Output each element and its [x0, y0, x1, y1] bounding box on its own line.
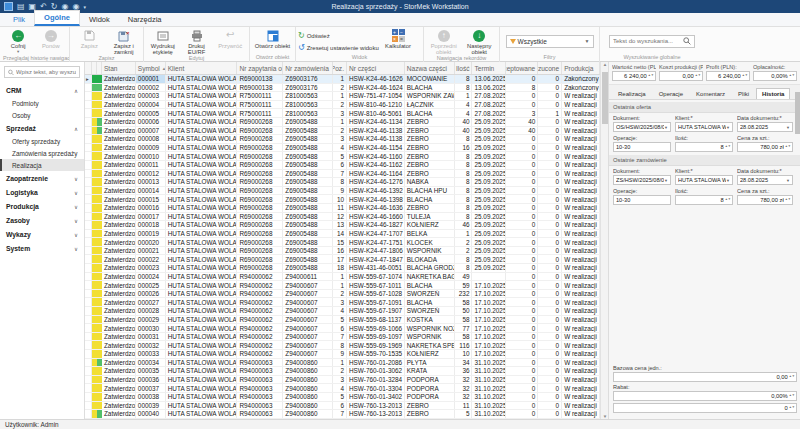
sidebar-item[interactable]: Realizacja: [0, 159, 84, 171]
zamowienie-data-field[interactable]: 28.08.2025▼: [737, 175, 793, 185]
sidebar-section[interactable]: Zasoby∨: [0, 213, 84, 227]
table-row[interactable]: Zatwierdzony000006HUTA STALOWA WOLA SPÓŁ…: [85, 118, 600, 127]
table-row[interactable]: Zatwierdzony000005HUTA STALOWA WOLA SPÓŁ…: [85, 109, 600, 118]
tab-historia[interactable]: Historia: [756, 88, 790, 99]
col-header-stan[interactable]: Stan: [102, 62, 136, 74]
col-header-odrzucone[interactable]: Odrzucone: [538, 62, 562, 74]
zamowienie-cena-field[interactable]: 780,00 zł▲▼: [737, 195, 793, 205]
table-row[interactable]: Zatwierdzony000003HUTA STALOWA WOLA SPÓŁ…: [85, 92, 600, 101]
table-row[interactable]: Zatwierdzony000018HUTA STALOWA WOLA SPÓŁ…: [85, 221, 600, 230]
sidebar-item[interactable]: Zamówienia sprzedaży: [0, 147, 84, 159]
print-eurf-button[interactable]: Drukuj EU/RF: [180, 28, 214, 55]
spinner-icon[interactable]: ▲▼: [648, 74, 654, 77]
table-row[interactable]: Zatwierdzony000019HUTA STALOWA WOLA SPÓŁ…: [85, 230, 600, 239]
save-icon[interactable]: ▤: [17, 3, 25, 11]
table-row[interactable]: Zatwierdzony000023HUTA STALOWA WOLA SPÓŁ…: [85, 264, 600, 273]
table-row[interactable]: Zatwierdzony000030HUTA STALOWA WOLA SPÓŁ…: [85, 324, 600, 333]
oferta-dokument-field[interactable]: OS/HSW/2025/08/04▼: [613, 122, 671, 132]
tab-pliki[interactable]: Pliki: [732, 88, 755, 99]
col-header-rfq[interactable]: Nr zapytania ofertow...: [237, 62, 283, 74]
spinner-icon[interactable]: ▲▼: [785, 198, 791, 201]
filter-dropdown[interactable]: Wszystkie ▼: [506, 35, 594, 48]
table-row[interactable]: Zatwierdzony000033HUTA STALOWA WOLA SPÓŁ…: [85, 350, 600, 359]
table-row[interactable]: Zatwierdzony000020HUTA STALOWA WOLA SPÓŁ…: [85, 238, 600, 247]
calculator-button[interactable]: +− ×= Kalkulator: [380, 28, 416, 49]
grid-vertical-scrollbar[interactable]: ▲ ▼: [600, 62, 608, 419]
table-row[interactable]: Zatwierdzony000032HUTA STALOWA WOLA SPÓŁ…: [85, 341, 600, 350]
table-row[interactable]: Zatwierdzony000021HUTA STALOWA WOLA SPÓŁ…: [85, 247, 600, 256]
table-row[interactable]: Zatwierdzony000015HUTA STALOWA WOLA SPÓŁ…: [85, 195, 600, 204]
sidebar-section[interactable]: Wykazy∨: [0, 227, 84, 241]
col-header-termin[interactable]: Termin: [472, 62, 506, 74]
oferta-data-field[interactable]: 28.08.2025▼: [737, 122, 793, 132]
col-header-nr-czesci[interactable]: Nr części: [347, 62, 405, 74]
tab-komentarz[interactable]: Komentarz: [690, 88, 731, 99]
spinner-icon[interactable]: ▲▼: [789, 394, 795, 397]
tab-widok[interactable]: Widok: [80, 13, 119, 26]
panel-scrollbar-thumb[interactable]: [795, 92, 800, 134]
bazowa-cena-field[interactable]: 0,00▲▼: [613, 372, 797, 382]
oferta-cena-field[interactable]: 780,00 zł▲▼: [737, 142, 793, 152]
table-row[interactable]: Zatwierdzony000027HUTA STALOWA WOLA SPÓŁ…: [85, 298, 600, 307]
col-header-produkcja[interactable]: Produkcja: [562, 62, 600, 74]
oferta-operacje-field[interactable]: 10-30: [613, 142, 671, 152]
spinner-icon[interactable]: ▲▼: [789, 406, 795, 409]
save-and-close-button[interactable]: × Zapisz i zamknij: [107, 28, 142, 55]
spinner-icon[interactable]: ▲▼: [725, 145, 731, 148]
rabat-field[interactable]: 0,00%▲▼: [613, 391, 797, 401]
tab-narzedzia[interactable]: Narzędzia: [119, 13, 171, 26]
sidebar-section[interactable]: Sprzedaż∧: [0, 121, 84, 135]
spinner-icon[interactable]: ▲▼: [742, 74, 748, 77]
table-row[interactable]: Zatwierdzony000022HUTA STALOWA WOLA SPÓŁ…: [85, 255, 600, 264]
spinner-icon[interactable]: ▲▼: [695, 74, 701, 77]
save-button[interactable]: Zapisz: [72, 28, 107, 49]
table-row[interactable]: Zatwierdzony000014HUTA STALOWA WOLA SPÓŁ…: [85, 187, 600, 196]
tab-ogolne[interactable]: Ogólne: [34, 10, 80, 26]
spinner-icon[interactable]: ▲▼: [789, 74, 795, 77]
spinner-icon[interactable]: ▲▼: [785, 145, 791, 148]
sidebar-search-input[interactable]: [16, 69, 76, 75]
zamowienie-klient-field[interactable]: HUTA STALOWA WOLA SPÓ...▼: [675, 175, 733, 185]
open-object-button[interactable]: Otwórz obiekt: [255, 28, 291, 49]
sidebar-section[interactable]: Logistyka∨: [0, 185, 84, 199]
col-header-ilosc[interactable]: Ilość: [455, 62, 473, 74]
col-header-zamowienie[interactable]: Nr zamówienia: [283, 62, 333, 74]
table-row[interactable]: Zatwierdzony000036HUTA STALOWA WOLA SPÓŁ…: [85, 376, 600, 385]
table-row[interactable]: Zatwierdzony000039HUTA STALOWA WOLA SPÓŁ…: [85, 402, 600, 411]
table-row[interactable]: Zatwierdzony000016HUTA STALOWA WOLA SPÓŁ…: [85, 204, 600, 213]
col-header-zaakceptowane[interactable]: Zaakceptowane: [506, 62, 538, 74]
table-row[interactable]: Zatwierdzony000024HUTA STALOWA WOLA SPÓŁ…: [85, 273, 600, 282]
sidebar-item[interactable]: Osoby: [0, 109, 84, 121]
revert-button[interactable]: ↩ Przywróć: [213, 28, 247, 49]
sidebar-section[interactable]: System∨: [0, 241, 84, 255]
zamowienie-dokument-field[interactable]: ZS/HSW/2025/08/04▼: [613, 175, 671, 185]
table-row[interactable]: Zatwierdzony000029HUTA STALOWA WOLA SPÓŁ…: [85, 316, 600, 325]
undo-button[interactable]: ← Cofnij▾: [2, 28, 35, 55]
print-label-button[interactable]: Wydrukuj etykietę: [146, 28, 180, 55]
refresh-button[interactable]: ↻ Odśwież: [298, 30, 380, 41]
oplacalnosc-field[interactable]: 0,00%▲▼: [753, 71, 797, 81]
sidebar-section[interactable]: Zaopatrzenie∨: [0, 171, 84, 185]
previous-object-button[interactable]: ↑ Poprzedni obiekt: [426, 28, 462, 55]
table-row[interactable]: Zatwierdzony000011HUTA STALOWA WOLA SPÓŁ…: [85, 161, 600, 170]
table-row[interactable]: Zatwierdzony000038HUTA STALOWA WOLA SPÓŁ…: [85, 393, 600, 402]
table-row[interactable]: Zatwierdzony000040HUTA STALOWA WOLA SPÓŁ…: [85, 410, 600, 419]
qat-dropdown-icon[interactable]: ▾: [84, 3, 87, 11]
zamowienie-operacje-field[interactable]: 10-30: [613, 195, 671, 205]
sidebar-section[interactable]: Produkcja∨: [0, 199, 84, 213]
koszt-field[interactable]: 0,00▲▼: [659, 71, 703, 81]
sidebar-section[interactable]: CRM∧: [0, 83, 84, 97]
table-row[interactable]: Zatwierdzony000002HUTA STALOWA WOLA SPÓŁ…: [85, 84, 600, 93]
sidebar-search-box[interactable]: [4, 66, 80, 78]
tab-realizacja[interactable]: Realizacja: [612, 88, 652, 99]
global-search-box[interactable]: [609, 35, 695, 48]
table-row[interactable]: ▸Zatwierdzony000001HUTA STALOWA WOLA SPÓ…: [85, 75, 600, 84]
table-row[interactable]: Zatwierdzony000009HUTA STALOWA WOLA SPÓŁ…: [85, 144, 600, 153]
oferta-ilosc-field[interactable]: 8▲▼: [675, 142, 733, 152]
table-row[interactable]: Zatwierdzony000013HUTA STALOWA WOLA SPÓŁ…: [85, 178, 600, 187]
table-row[interactable]: Zatwierdzony000026HUTA STALOWA WOLA SPÓŁ…: [85, 290, 600, 299]
table-row[interactable]: Zatwierdzony000012HUTA STALOWA WOLA SPÓŁ…: [85, 170, 600, 179]
table-row[interactable]: Zatwierdzony000017HUTA STALOWA WOLA SPÓŁ…: [85, 213, 600, 222]
col-header-klient[interactable]: Klient: [166, 62, 238, 74]
table-row[interactable]: Zatwierdzony000028HUTA STALOWA WOLA SPÓŁ…: [85, 307, 600, 316]
